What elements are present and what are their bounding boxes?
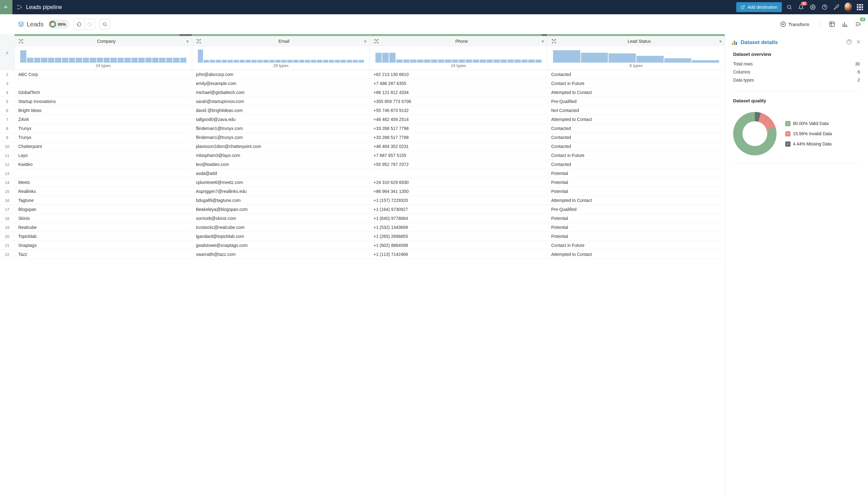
- cell-phone[interactable]: +1 (164) 9730927: [370, 206, 547, 213]
- cell-company[interactable]: Skinix: [14, 215, 192, 222]
- column-header[interactable]: Lead Status ▾ 6 types: [547, 34, 725, 70]
- cell-phone[interactable]: +355 859 773 5708: [370, 98, 547, 105]
- cell-company[interactable]: [14, 82, 192, 85]
- cell-phone[interactable]: +1 (265) 2696855: [370, 233, 547, 240]
- cell-company[interactable]: Tazz: [14, 251, 192, 258]
- table-row[interactable]: 21 Snaptags gwalstowe@snaptags.com +1 (6…: [0, 241, 725, 250]
- chart-icon[interactable]: [841, 20, 849, 29]
- cell-email[interactable]: sarah@startupinnov.com: [192, 98, 370, 105]
- cell-company[interactable]: ABC Corp: [14, 71, 192, 78]
- table-row[interactable]: 18 Skinix sorriceb@skinix.com +1 (640) 9…: [0, 214, 725, 223]
- cell-phone[interactable]: +55 952 797 2372: [370, 161, 547, 168]
- cell-status[interactable]: Not Contacted: [547, 107, 725, 114]
- cell-status[interactable]: Potential: [547, 188, 725, 195]
- table-row[interactable]: 14 Meetz cplumtree6@meetz.com +24 310 62…: [0, 178, 725, 187]
- table-row[interactable]: 7 ZAVA tallgood0@zava.edu +46 462 459 25…: [0, 115, 725, 124]
- cell-status[interactable]: Contact in Future: [547, 152, 725, 159]
- cell-email[interactable]: Aspriggen7@reallinks.edu: [192, 188, 370, 195]
- cell-status[interactable]: Contact in Future: [547, 80, 725, 87]
- table-row[interactable]: 10 Chatterpoint jdavisson2dion@chatterpo…: [0, 142, 725, 151]
- panel-toggle-icon[interactable]: 3: [854, 20, 863, 29]
- cell-company[interactable]: ZAVA: [14, 116, 192, 123]
- cell-status[interactable]: Contacted: [547, 143, 725, 150]
- cell-status[interactable]: Potential: [547, 170, 725, 177]
- table-row[interactable]: 22 Tazz swarratth@tazz.com +1 (113) 7142…: [0, 250, 725, 259]
- cell-status[interactable]: Pre-Qualified: [547, 98, 725, 105]
- cell-email[interactable]: leo@kwideo.com: [192, 161, 370, 168]
- add-destination-button[interactable]: Add destination: [736, 2, 782, 12]
- cell-email[interactable]: flindeman1@trunyx.com: [192, 134, 370, 141]
- cell-phone[interactable]: +33 268 517 7798: [370, 125, 547, 132]
- cell-status[interactable]: Contacted: [547, 125, 725, 132]
- column-menu-icon[interactable]: ▾: [186, 38, 189, 44]
- table-row[interactable]: 12 Kwideo leo@kwideo.com +55 952 797 237…: [0, 160, 725, 169]
- legend-invalid[interactable]: ✓15.56% Invalid Data: [785, 131, 832, 136]
- column-menu-icon[interactable]: ▾: [719, 38, 722, 44]
- column-menu-icon[interactable]: ▾: [364, 38, 367, 44]
- cell-status[interactable]: Contacted: [547, 71, 725, 78]
- cell-email[interactable]: asda@add: [192, 170, 370, 177]
- cell-phone[interactable]: +1 (602) 8864098: [370, 242, 547, 249]
- cell-email[interactable]: flindeman1@trunyx.com: [192, 125, 370, 132]
- cell-company[interactable]: Layo: [14, 152, 192, 159]
- redo-button[interactable]: [84, 19, 95, 30]
- cell-email[interactable]: bdugall9@tagtune.com: [192, 197, 370, 204]
- cell-phone[interactable]: +7 887 957 5155: [370, 152, 547, 159]
- sql-icon[interactable]: [828, 20, 836, 29]
- cell-status[interactable]: Potential: [547, 233, 725, 240]
- legend-missing[interactable]: ✓4.44% Missing Data: [785, 141, 832, 147]
- cell-status[interactable]: Contact in Future: [547, 242, 725, 249]
- undo-button[interactable]: [74, 19, 84, 30]
- cell-status[interactable]: Contacted: [547, 161, 725, 168]
- cell-status[interactable]: Potential: [547, 224, 725, 231]
- cell-email[interactable]: gwalstowe@snaptags.com: [192, 242, 370, 249]
- cell-status[interactable]: Attempted to Contact: [547, 197, 725, 204]
- avatar[interactable]: [845, 3, 852, 11]
- cell-phone[interactable]: +33 268 517 7798: [370, 134, 547, 141]
- column-header[interactable]: Email ▾ 28 types: [192, 34, 370, 70]
- cell-phone[interactable]: +46 462 459 2514: [370, 116, 547, 123]
- cell-phone[interactable]: +46 464 352 0231: [370, 143, 547, 150]
- cell-status[interactable]: Contacted: [547, 134, 725, 141]
- table-row[interactable]: 6 Bright Ideas david @brightideas.com +5…: [0, 106, 725, 115]
- table-row[interactable]: 16 Tagtune bdugall9@tagtune.com +1 (157)…: [0, 196, 725, 205]
- table-row[interactable]: 5 Startup Innovations sarah@startupinnov…: [0, 97, 725, 106]
- cell-status[interactable]: Attempted to Contact: [547, 89, 725, 96]
- column-menu-icon[interactable]: ▾: [542, 38, 544, 44]
- cell-company[interactable]: Topicblab: [14, 233, 192, 240]
- cell-company[interactable]: Trunyx: [14, 125, 192, 132]
- close-icon[interactable]: [855, 39, 861, 46]
- panel-help-icon[interactable]: [846, 39, 852, 46]
- table-row[interactable]: 17 Blogspan Beakeleya@blogspan.com +1 (1…: [0, 205, 725, 214]
- cell-company[interactable]: Reallinks: [14, 188, 192, 195]
- data-grid[interactable]: Company ▾ 24 types Email ▾ 28 types Phon…: [0, 34, 725, 495]
- table-row[interactable]: 13 asda@add Potential: [0, 169, 725, 178]
- transform-button[interactable]: Transform: [777, 19, 813, 29]
- column-header[interactable]: Phone ▾ 24 types: [370, 34, 547, 70]
- back-button[interactable]: [0, 0, 12, 14]
- cell-email[interactable]: michael@globaltech.com: [192, 89, 370, 96]
- search-icon[interactable]: [785, 3, 793, 11]
- cell-status[interactable]: Potential: [547, 178, 725, 186]
- column-header[interactable]: Company ▾ 24 types: [14, 34, 192, 70]
- cell-company[interactable]: Bright Ideas: [14, 107, 192, 114]
- cell-email[interactable]: tallgood0@zava.edu: [192, 116, 370, 123]
- table-row[interactable]: 4 GlobalTech michael@globaltech.com +86 …: [0, 88, 725, 97]
- cell-status[interactable]: Attempted to Contact: [547, 116, 725, 123]
- cell-phone[interactable]: +1 (640) 9778064: [370, 215, 547, 222]
- notifications-icon[interactable]: 42: [797, 3, 805, 11]
- cell-status[interactable]: Attempted to Contact: [547, 251, 725, 258]
- cell-company[interactable]: Chatterpoint: [14, 143, 192, 150]
- dataset-tab[interactable]: Leads: [18, 21, 44, 28]
- cell-phone[interactable]: +62 213 130 6610: [370, 71, 547, 78]
- legend-valid[interactable]: ✓80.00% Valid Data: [785, 121, 832, 126]
- cell-company[interactable]: [14, 172, 192, 175]
- cell-company[interactable]: Trunyx: [14, 134, 192, 141]
- cell-phone[interactable]: +86 121 812 4334: [370, 89, 547, 96]
- cell-email[interactable]: lgandard@topicblab.com: [192, 233, 370, 240]
- table-row[interactable]: 3 emily@example.com +7 486 287 6355 Cont…: [0, 79, 725, 88]
- cell-email[interactable]: cplumtree6@meetz.com: [192, 178, 370, 186]
- table-row[interactable]: 9 Trunyx flindeman1@trunyx.com +33 268 5…: [0, 133, 725, 142]
- help-icon[interactable]: [821, 3, 828, 11]
- cell-email[interactable]: sorriceb@skinix.com: [192, 215, 370, 222]
